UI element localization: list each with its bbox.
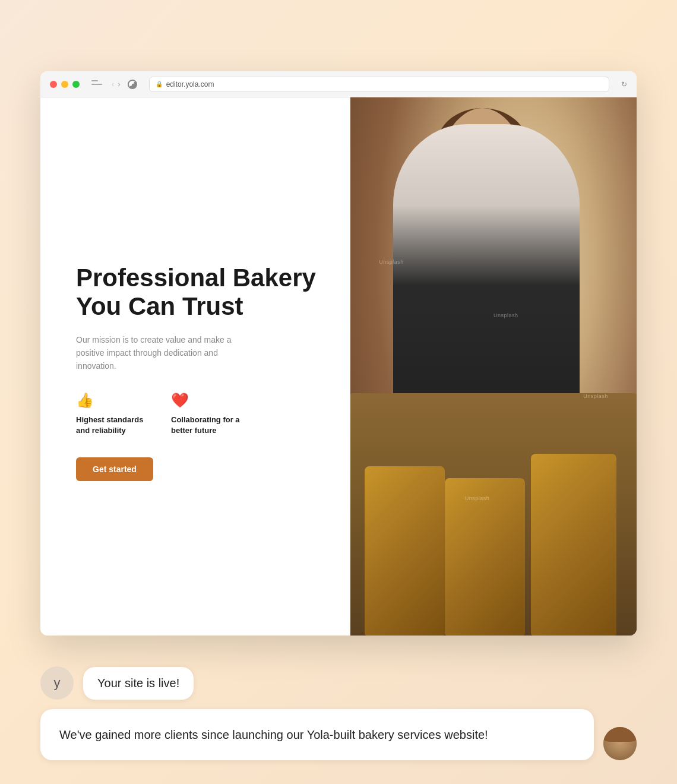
feature-2-label: Collaborating for a better future — [171, 415, 242, 436]
chat-bubble-2: We've gained more clients since launchin… — [40, 709, 637, 760]
hero-title: Professional Bakery You Can Trust — [76, 264, 321, 321]
feature-2: ❤️ Collaborating for a better future — [171, 392, 242, 436]
bakery-image: Unsplash Unsplash Unsplash Unsplash — [350, 97, 637, 636]
brightness-icon — [128, 80, 137, 89]
yola-letter: y — [54, 675, 61, 691]
bakery-image-inner: Unsplash Unsplash Unsplash Unsplash — [350, 97, 637, 636]
minimize-button[interactable] — [61, 81, 68, 88]
heart-icon: ❤️ — [171, 392, 242, 409]
forward-arrow-icon[interactable]: › — [118, 80, 120, 88]
fullscreen-button[interactable] — [72, 81, 80, 88]
user-avatar-hair — [603, 727, 637, 742]
baskets-area — [350, 393, 637, 636]
basket-3 — [531, 454, 617, 636]
sidebar-toggle-icon[interactable] — [91, 80, 102, 88]
get-started-button[interactable]: Get started — [76, 457, 153, 481]
lock-icon: 🔒 — [156, 81, 163, 87]
website-right-panel: Unsplash Unsplash Unsplash Unsplash — [350, 97, 637, 636]
feature-1-label: Highest standards and reliability — [76, 415, 147, 436]
website-content: Professional Bakery You Can Trust Our mi… — [40, 97, 637, 636]
watermark-4: Unsplash — [465, 495, 490, 501]
basket-1 — [365, 466, 445, 636]
url-bar[interactable]: 🔒 editor.yola.com — [149, 77, 609, 92]
chat-bubble-1: y Your site is live! — [40, 666, 637, 700]
nav-arrows: ‹ › — [112, 80, 121, 88]
features-row: 👍 Highest standards and reliability ❤️ C… — [76, 392, 321, 436]
user-avatar — [603, 727, 637, 760]
url-text: editor.yola.com — [166, 80, 214, 88]
watermark-1: Unsplash — [379, 259, 404, 265]
feature-1: 👍 Highest standards and reliability — [76, 392, 147, 436]
thumbsup-icon: 👍 — [76, 392, 147, 409]
chat-message-1: Your site is live! — [83, 667, 194, 700]
hero-description: Our mission is to create value and make … — [76, 333, 254, 373]
basket-2 — [445, 478, 525, 636]
browser-window: ‹ › 🔒 editor.yola.com ↻ Professional Bak… — [40, 71, 637, 636]
chat-message-2: We've gained more clients since launchin… — [40, 709, 594, 760]
chat-section: y Your site is live! We've gained more c… — [40, 666, 637, 760]
traffic-lights — [50, 81, 80, 88]
browser-titlebar: ‹ › 🔒 editor.yola.com ↻ — [40, 71, 637, 97]
website-left-panel: Professional Bakery You Can Trust Our mi… — [40, 97, 350, 636]
yola-avatar: y — [40, 666, 74, 700]
watermark-3: Unsplash — [583, 393, 608, 399]
reload-icon[interactable]: ↻ — [621, 80, 627, 88]
back-arrow-icon[interactable]: ‹ — [112, 80, 114, 88]
watermark-2: Unsplash — [493, 312, 518, 318]
close-button[interactable] — [50, 81, 57, 88]
user-avatar-face — [603, 727, 637, 760]
